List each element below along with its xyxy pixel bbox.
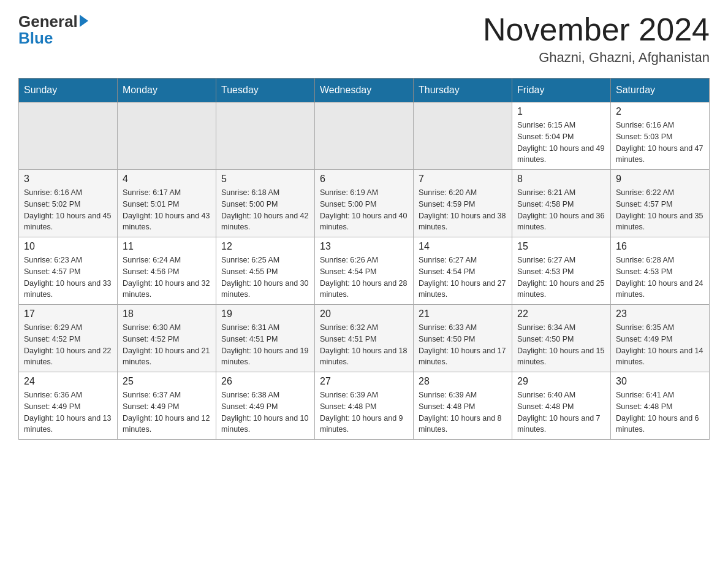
day-number: 9: [616, 174, 704, 185]
day-number: 11: [123, 241, 211, 252]
day-info: Sunrise: 6:32 AMSunset: 4:51 PMDaylight:…: [320, 322, 408, 368]
day-info: Sunrise: 6:34 AMSunset: 4:50 PMDaylight:…: [517, 322, 605, 368]
calendar-week-row: 24Sunrise: 6:36 AMSunset: 4:49 PMDayligh…: [19, 372, 710, 440]
logo: General Blue: [18, 12, 88, 48]
day-number: 2: [616, 106, 704, 117]
day-info: Sunrise: 6:29 AMSunset: 4:52 PMDaylight:…: [24, 322, 112, 368]
calendar-day-cell: 10Sunrise: 6:23 AMSunset: 4:57 PMDayligh…: [19, 237, 118, 305]
day-number: 19: [221, 308, 309, 320]
day-info: Sunrise: 6:25 AMSunset: 4:55 PMDaylight:…: [221, 255, 309, 301]
calendar-day-cell: 2Sunrise: 6:16 AMSunset: 5:03 PMDaylight…: [611, 102, 710, 170]
calendar-day-cell: [216, 102, 315, 170]
location-label: Ghazni, Ghazni, Afghanistan: [483, 50, 710, 66]
day-info: Sunrise: 6:31 AMSunset: 4:51 PMDaylight:…: [221, 322, 309, 368]
calendar-day-cell: 22Sunrise: 6:34 AMSunset: 4:50 PMDayligh…: [512, 305, 611, 372]
day-number: 21: [419, 308, 507, 320]
calendar-week-row: 1Sunrise: 6:15 AMSunset: 5:04 PMDaylight…: [19, 102, 710, 170]
day-number: 1: [517, 106, 605, 117]
day-number: 13: [320, 241, 408, 252]
day-number: 17: [24, 308, 112, 320]
day-number: 4: [123, 174, 211, 185]
calendar-day-cell: 15Sunrise: 6:27 AMSunset: 4:53 PMDayligh…: [512, 237, 611, 305]
calendar-day-cell: 24Sunrise: 6:36 AMSunset: 4:49 PMDayligh…: [19, 372, 118, 440]
day-number: 20: [320, 308, 408, 320]
calendar-day-cell: 30Sunrise: 6:41 AMSunset: 4:48 PMDayligh…: [611, 372, 710, 440]
calendar-day-cell: 26Sunrise: 6:38 AMSunset: 4:49 PMDayligh…: [216, 372, 315, 440]
calendar-header-sunday: Sunday: [19, 79, 118, 102]
calendar-day-cell: 17Sunrise: 6:29 AMSunset: 4:52 PMDayligh…: [19, 305, 118, 372]
day-info: Sunrise: 6:20 AMSunset: 4:59 PMDaylight:…: [419, 187, 507, 233]
calendar-day-cell: 29Sunrise: 6:40 AMSunset: 4:48 PMDayligh…: [512, 372, 611, 440]
calendar-day-cell: 4Sunrise: 6:17 AMSunset: 5:01 PMDaylight…: [118, 170, 216, 237]
calendar-day-cell: 19Sunrise: 6:31 AMSunset: 4:51 PMDayligh…: [216, 305, 315, 372]
day-info: Sunrise: 6:41 AMSunset: 4:48 PMDaylight:…: [616, 389, 704, 435]
day-number: 8: [517, 174, 605, 185]
day-number: 14: [419, 241, 507, 252]
day-info: Sunrise: 6:15 AMSunset: 5:04 PMDaylight:…: [517, 120, 605, 166]
day-info: Sunrise: 6:39 AMSunset: 4:48 PMDaylight:…: [320, 389, 408, 435]
calendar-day-cell: 25Sunrise: 6:37 AMSunset: 4:49 PMDayligh…: [118, 372, 216, 440]
day-info: Sunrise: 6:21 AMSunset: 4:58 PMDaylight:…: [517, 187, 605, 233]
calendar-day-cell: 12Sunrise: 6:25 AMSunset: 4:55 PMDayligh…: [216, 237, 315, 305]
calendar-day-cell: 8Sunrise: 6:21 AMSunset: 4:58 PMDaylight…: [512, 170, 611, 237]
calendar-week-row: 3Sunrise: 6:16 AMSunset: 5:02 PMDaylight…: [19, 170, 710, 237]
calendar-day-cell: 16Sunrise: 6:28 AMSunset: 4:53 PMDayligh…: [611, 237, 710, 305]
day-number: 26: [221, 376, 309, 387]
day-number: 12: [221, 241, 309, 252]
day-number: 7: [419, 174, 507, 185]
calendar-day-cell: 6Sunrise: 6:19 AMSunset: 5:00 PMDaylight…: [315, 170, 414, 237]
day-info: Sunrise: 6:24 AMSunset: 4:56 PMDaylight:…: [123, 255, 211, 301]
day-info: Sunrise: 6:22 AMSunset: 4:57 PMDaylight:…: [616, 187, 704, 233]
month-title: November 2024: [483, 12, 710, 47]
calendar-week-row: 10Sunrise: 6:23 AMSunset: 4:57 PMDayligh…: [19, 237, 710, 305]
day-number: 27: [320, 376, 408, 387]
day-info: Sunrise: 6:17 AMSunset: 5:01 PMDaylight:…: [123, 187, 211, 233]
day-number: 10: [24, 241, 112, 252]
day-info: Sunrise: 6:30 AMSunset: 4:52 PMDaylight:…: [123, 322, 211, 368]
day-info: Sunrise: 6:27 AMSunset: 4:53 PMDaylight:…: [517, 255, 605, 301]
calendar-day-cell: [315, 102, 414, 170]
day-number: 30: [616, 376, 704, 387]
day-info: Sunrise: 6:36 AMSunset: 4:49 PMDaylight:…: [24, 389, 112, 435]
day-number: 22: [517, 308, 605, 320]
calendar-header-row: SundayMondayTuesdayWednesdayThursdayFrid…: [19, 79, 710, 102]
day-number: 3: [24, 174, 112, 185]
calendar-header-thursday: Thursday: [414, 79, 512, 102]
logo-blue-text: Blue: [18, 29, 53, 48]
day-number: 24: [24, 376, 112, 387]
day-info: Sunrise: 6:16 AMSunset: 5:02 PMDaylight:…: [24, 187, 112, 233]
day-info: Sunrise: 6:27 AMSunset: 4:54 PMDaylight:…: [419, 255, 507, 301]
calendar-day-cell: 20Sunrise: 6:32 AMSunset: 4:51 PMDayligh…: [315, 305, 414, 372]
day-number: 23: [616, 308, 704, 320]
calendar-day-cell: 5Sunrise: 6:18 AMSunset: 5:00 PMDaylight…: [216, 170, 315, 237]
day-number: 29: [517, 376, 605, 387]
day-number: 6: [320, 174, 408, 185]
calendar-day-cell: 9Sunrise: 6:22 AMSunset: 4:57 PMDaylight…: [611, 170, 710, 237]
day-number: 25: [123, 376, 211, 387]
day-info: Sunrise: 6:18 AMSunset: 5:00 PMDaylight:…: [221, 187, 309, 233]
calendar-day-cell: [118, 102, 216, 170]
calendar-day-cell: 7Sunrise: 6:20 AMSunset: 4:59 PMDaylight…: [414, 170, 512, 237]
calendar-day-cell: 23Sunrise: 6:35 AMSunset: 4:49 PMDayligh…: [611, 305, 710, 372]
day-info: Sunrise: 6:26 AMSunset: 4:54 PMDaylight:…: [320, 255, 408, 301]
calendar-day-cell: 3Sunrise: 6:16 AMSunset: 5:02 PMDaylight…: [19, 170, 118, 237]
calendar-day-cell: 27Sunrise: 6:39 AMSunset: 4:48 PMDayligh…: [315, 372, 414, 440]
calendar-day-cell: 14Sunrise: 6:27 AMSunset: 4:54 PMDayligh…: [414, 237, 512, 305]
day-info: Sunrise: 6:33 AMSunset: 4:50 PMDaylight:…: [419, 322, 507, 368]
day-info: Sunrise: 6:28 AMSunset: 4:53 PMDaylight:…: [616, 255, 704, 301]
calendar-header-tuesday: Tuesday: [216, 79, 315, 102]
calendar-day-cell: 1Sunrise: 6:15 AMSunset: 5:04 PMDaylight…: [512, 102, 611, 170]
calendar-header-saturday: Saturday: [611, 79, 710, 102]
page-header: General Blue November 2024 Ghazni, Ghazn…: [18, 12, 710, 66]
day-info: Sunrise: 6:35 AMSunset: 4:49 PMDaylight:…: [616, 322, 704, 368]
calendar-day-cell: 28Sunrise: 6:39 AMSunset: 4:48 PMDayligh…: [414, 372, 512, 440]
day-info: Sunrise: 6:38 AMSunset: 4:49 PMDaylight:…: [221, 389, 309, 435]
calendar-day-cell: [414, 102, 512, 170]
calendar-day-cell: 11Sunrise: 6:24 AMSunset: 4:56 PMDayligh…: [118, 237, 216, 305]
day-info: Sunrise: 6:16 AMSunset: 5:03 PMDaylight:…: [616, 120, 704, 166]
day-info: Sunrise: 6:19 AMSunset: 5:00 PMDaylight:…: [320, 187, 408, 233]
calendar-week-row: 17Sunrise: 6:29 AMSunset: 4:52 PMDayligh…: [19, 305, 710, 372]
calendar-header-monday: Monday: [118, 79, 216, 102]
day-number: 28: [419, 376, 507, 387]
calendar-day-cell: 18Sunrise: 6:30 AMSunset: 4:52 PMDayligh…: [118, 305, 216, 372]
